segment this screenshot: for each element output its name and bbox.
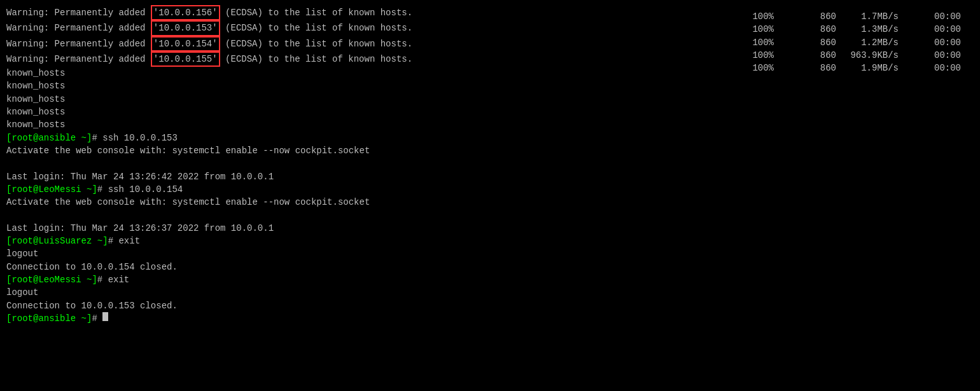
prompt-leomessi-exit: [root@LeoMessi ~]# exit (6, 273, 974, 286)
stat-num-1: 860 (785, 10, 836, 23)
terminal-container: Warning: Permanently added '10.0.0.156' … (6, 5, 974, 325)
stat-num-5: 860 (785, 62, 836, 74)
stat-row-5: 100% 860 1.9MB/s 00:00 (723, 62, 961, 74)
stat-row-4: 100% 860 963.9KB/s 00:00 (723, 49, 961, 62)
blank-line-2 (6, 209, 974, 221)
stat-speed-3: 1.2MB/s (848, 36, 899, 49)
stat-num-4: 860 (785, 49, 836, 62)
connection-closed-154: Connection to 10.0.0.154 closed. (6, 261, 974, 273)
stat-pct-2: 100% (723, 23, 774, 36)
stat-speed-4: 963.9KB/s (848, 49, 899, 62)
stat-speed-1: 1.7MB/s (848, 10, 899, 23)
known-hosts-3: known_hosts (6, 93, 974, 106)
prompt-ansible-ssh153: [root@ansible ~]# ssh 10.0.0.153 (6, 132, 974, 144)
cockpit-info-2: Activate the web console with: systemctl… (6, 196, 974, 209)
stat-row-2: 100% 860 1.3MB/s 00:00 (723, 23, 961, 36)
blank-line-1 (6, 157, 974, 170)
logout-2: logout (6, 286, 974, 299)
known-hosts-5: known_hosts (6, 118, 974, 131)
connection-closed-153: Connection to 10.0.0.153 closed. (6, 299, 974, 312)
transfer-stats: 100% 860 1.7MB/s 00:00 100% 860 1.3MB/s … (723, 10, 961, 74)
stat-speed-2: 1.3MB/s (848, 23, 899, 36)
last-login-1: Last login: Thu Mar 24 13:26:42 2022 fro… (6, 170, 974, 183)
prompt-leomessi-ssh154: [root@LeoMessi ~]# ssh 10.0.0.154 (6, 183, 974, 196)
stat-pct-5: 100% (723, 62, 774, 74)
stat-pct-3: 100% (723, 36, 774, 49)
logout-1: logout (6, 247, 974, 260)
stat-time-3: 00:00 (910, 36, 961, 49)
stat-row-3: 100% 860 1.2MB/s 00:00 (723, 36, 961, 49)
stat-speed-5: 1.9MB/s (848, 62, 899, 74)
prompt-luissuarez-exit: [root@LuisSuarez ~]# exit (6, 235, 974, 247)
stat-num-2: 860 (785, 23, 836, 36)
stat-time-2: 00:00 (910, 23, 961, 36)
stat-num-3: 860 (785, 36, 836, 49)
stat-time-4: 00:00 (910, 49, 961, 62)
final-prompt: [root@ansible ~]# (6, 312, 974, 325)
stat-time-1: 00:00 (910, 10, 961, 23)
cursor (102, 312, 108, 321)
last-login-2: Last login: Thu Mar 24 13:26:37 2022 fro… (6, 222, 974, 235)
known-hosts-2: known_hosts (6, 79, 974, 92)
cockpit-info-1: Activate the web console with: systemctl… (6, 144, 974, 157)
stat-pct-4: 100% (723, 49, 774, 62)
stat-pct-1: 100% (723, 10, 774, 23)
known-hosts-4: known_hosts (6, 106, 974, 118)
stat-row-1: 100% 860 1.7MB/s 00:00 (723, 10, 961, 23)
stat-time-5: 00:00 (910, 62, 961, 74)
